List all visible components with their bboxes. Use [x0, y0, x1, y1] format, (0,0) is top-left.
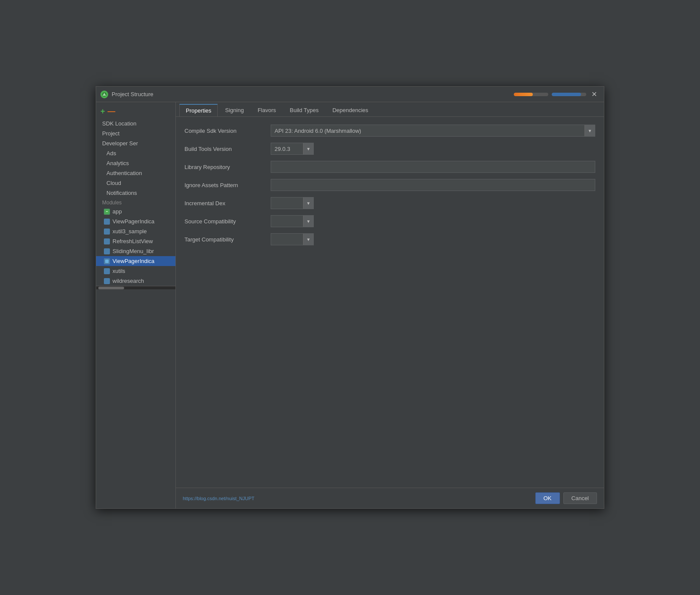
compile-sdk-label: Compile Sdk Version [184, 128, 271, 134]
svg-rect-9 [105, 269, 109, 273]
module-icon-sliding [104, 248, 110, 254]
svg-rect-3 [106, 211, 108, 212]
build-tools-row: Build Tools Version 29.0.3 ▼ [184, 142, 595, 156]
remove-module-button[interactable]: — [108, 107, 116, 115]
source-compat-combo[interactable]: ▼ [271, 215, 314, 227]
incremental-dex-dropdown-btn[interactable]: ▼ [303, 197, 313, 209]
progress-bars [514, 93, 586, 96]
svg-rect-8 [105, 260, 109, 263]
tabs-bar: Properties Signing Flavors Build Types D… [176, 102, 604, 117]
close-button[interactable]: ✕ [589, 89, 600, 99]
sidebar-module-app[interactable]: app [96, 207, 175, 216]
incremental-dex-combo[interactable]: ▼ [271, 197, 314, 209]
library-repo-control [271, 161, 595, 173]
title-bar: Project Structure ✕ [96, 87, 604, 102]
title-bar-right: ✕ [514, 89, 600, 99]
compile-sdk-control: API 23: Android 6.0 (Marshmallow) ▼ [271, 125, 595, 137]
source-compat-label: Source Compatibility [184, 218, 271, 225]
sidebar-module-wildresearch[interactable]: wildresearch [96, 276, 175, 286]
target-compat-row: Target Compatibility ▼ [184, 232, 595, 246]
sidebar-module-xutils[interactable]: xutils [96, 266, 175, 276]
tab-signing[interactable]: Signing [219, 104, 250, 116]
sidebar-actions: + — [96, 106, 175, 119]
progress-bar-2 [552, 93, 586, 96]
module-icon-viewpager [104, 219, 110, 225]
sidebar-item-analytics[interactable]: Analytics [96, 158, 175, 168]
modules-header: Modules [96, 198, 175, 207]
ignore-assets-row: Ignore Assets Pattern [184, 178, 595, 192]
target-compat-label: Target Compatibility [184, 236, 271, 243]
module-icon-xutil3 [104, 229, 110, 235]
ignore-assets-label: Ignore Assets Pattern [184, 182, 271, 188]
add-module-button[interactable]: + [100, 107, 105, 115]
svg-rect-5 [105, 230, 109, 233]
module-icon-app [104, 209, 110, 215]
library-repo-label: Library Repository [184, 164, 271, 170]
progress-fill-1 [514, 93, 533, 96]
sidebar-item-authentication[interactable]: Authentication [96, 168, 175, 178]
tab-flavors[interactable]: Flavors [251, 104, 283, 116]
source-compat-row: Source Compatibility ▼ [184, 214, 595, 228]
sidebar-module-xutil3[interactable]: xutil3_sample [96, 226, 175, 236]
sidebar: + — SDK Location Project Developer Ser A… [96, 102, 176, 508]
dialog-title: Project Structure [112, 91, 153, 97]
ignore-assets-input[interactable] [271, 179, 595, 191]
sidebar-item-ads[interactable]: Ads [96, 148, 175, 158]
title-bar-left: Project Structure [100, 91, 153, 98]
dialog-body: + — SDK Location Project Developer Ser A… [96, 102, 604, 508]
build-tools-combo[interactable]: 29.0.3 ▼ [271, 143, 314, 155]
source-compat-dropdown-btn[interactable]: ▼ [303, 216, 313, 227]
sidebar-item-notifications[interactable]: Notifications [96, 188, 175, 198]
build-tools-control: 29.0.3 ▼ [271, 143, 595, 155]
sidebar-module-refreshlistview[interactable]: RefreshListView [96, 236, 175, 246]
module-icon-refresh [104, 238, 110, 244]
sidebar-scrollbar[interactable] [96, 286, 175, 289]
project-structure-dialog: Project Structure ✕ + — SDK Location [96, 86, 604, 509]
footer-buttons: OK Cancel [535, 492, 597, 504]
tab-dependencies[interactable]: Dependencies [326, 104, 375, 116]
svg-rect-4 [105, 220, 109, 223]
target-compat-combo[interactable]: ▼ [271, 233, 314, 245]
incremental-dex-row: Incremental Dex ▼ [184, 196, 595, 210]
dialog-footer: https://blog.csdn.net/nuist_NJUPT OK Can… [176, 488, 604, 508]
app-icon [100, 91, 108, 98]
progress-fill-2 [552, 93, 581, 96]
incremental-dex-control: ▼ [271, 197, 595, 209]
cancel-button[interactable]: Cancel [563, 492, 597, 504]
module-icon-viewpager-active [104, 258, 110, 264]
svg-rect-6 [105, 240, 109, 243]
main-content: Properties Signing Flavors Build Types D… [176, 102, 604, 508]
source-compat-control: ▼ [271, 215, 595, 227]
sidebar-module-slidingmenu[interactable]: SlidingMenu_libr [96, 246, 175, 256]
ok-button[interactable]: OK [535, 492, 560, 504]
svg-rect-7 [105, 250, 109, 253]
library-repo-input[interactable] [271, 161, 595, 173]
compile-sdk-combo[interactable]: API 23: Android 6.0 (Marshmallow) ▼ [271, 125, 595, 137]
build-tools-dropdown-btn[interactable]: ▼ [303, 143, 313, 154]
ignore-assets-control [271, 179, 595, 191]
compile-sdk-value: API 23: Android 6.0 (Marshmallow) [271, 128, 584, 134]
target-compat-control: ▼ [271, 233, 595, 245]
compile-sdk-row: Compile Sdk Version API 23: Android 6.0 … [184, 124, 595, 138]
tab-build-types[interactable]: Build Types [283, 104, 325, 116]
svg-rect-10 [105, 279, 109, 283]
tab-properties[interactable]: Properties [179, 104, 218, 116]
sidebar-item-project[interactable]: Project [96, 128, 175, 138]
build-tools-value: 29.0.3 [271, 146, 303, 152]
form-area: Compile Sdk Version API 23: Android 6.0 … [176, 117, 604, 488]
sidebar-item-cloud[interactable]: Cloud [96, 178, 175, 188]
sidebar-item-developer-services[interactable]: Developer Ser [96, 138, 175, 148]
module-icon-xutils [104, 268, 110, 274]
library-repo-row: Library Repository [184, 160, 595, 174]
footer-link[interactable]: https://blog.csdn.net/nuist_NJUPT [183, 496, 254, 501]
sidebar-item-sdk-location[interactable]: SDK Location [96, 119, 175, 128]
module-icon-wildresearch [104, 278, 110, 284]
target-compat-dropdown-btn[interactable]: ▼ [303, 234, 313, 245]
scrollbar-thumb [98, 287, 124, 289]
incremental-dex-label: Incremental Dex [184, 200, 271, 207]
build-tools-label: Build Tools Version [184, 146, 271, 152]
sidebar-module-viewpager-active[interactable]: ViewPagerIndica [96, 256, 175, 266]
progress-bar-1 [514, 93, 548, 96]
sidebar-module-viewpager[interactable]: ViewPagerIndica [96, 216, 175, 226]
compile-sdk-dropdown-btn[interactable]: ▼ [584, 125, 595, 136]
